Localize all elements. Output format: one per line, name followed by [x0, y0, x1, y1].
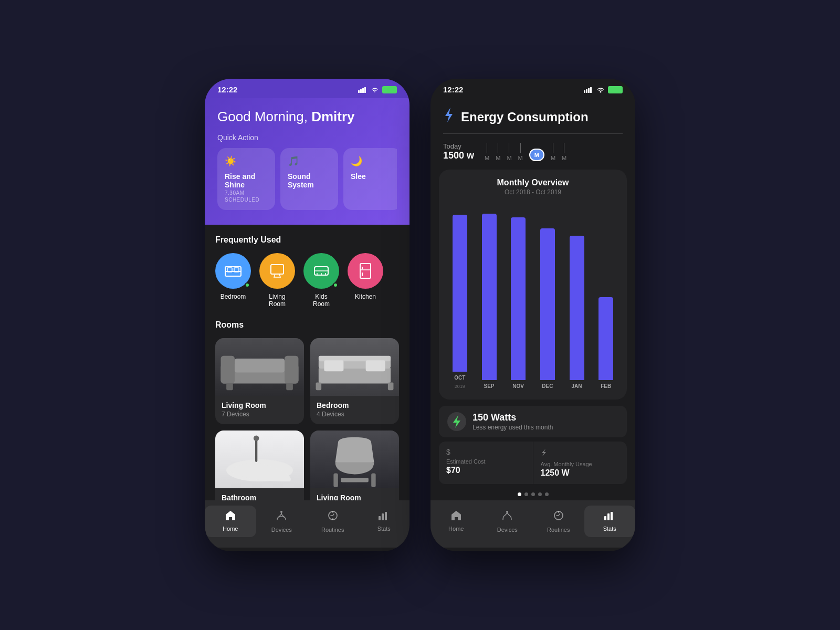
bar-dec: [540, 228, 555, 380]
quick-actions: ☀️ Rise and Shine 7.30am SCHEDULED 🎵 Sou…: [217, 148, 397, 210]
nav-routines-right[interactable]: Routines: [533, 506, 584, 537]
svg-rect-45: [584, 90, 585, 93]
svg-marker-52: [542, 449, 546, 456]
quick-card-3-title: Slee: [351, 172, 394, 181]
room-icons-row: Bedroom LivingRoom: [215, 253, 399, 308]
marker-label-1: M: [496, 155, 500, 161]
livingroom-label: LivingRoom: [269, 293, 286, 308]
routines-icon-left: [327, 510, 339, 524]
bar-label-oct: OCT: [454, 375, 465, 381]
battery-icon-right: [608, 86, 623, 93]
quick-action-label: Quick Action: [217, 133, 397, 142]
bar-col-sep: SEP: [477, 204, 502, 389]
bar-year-oct: 2019: [455, 384, 465, 389]
header-gradient: Good Morning, Dmitry Quick Action ☀️ Ris…: [205, 98, 410, 225]
estimated-cost-value: $70: [446, 466, 526, 475]
room-icon-kidsroom[interactable]: KidsRoom: [303, 253, 339, 308]
room-card-livingroom2[interactable]: Living Room: [310, 430, 399, 500]
marker-line-6: [564, 143, 564, 153]
room-icon-bedroom[interactable]: Bedroom: [215, 253, 251, 308]
home-icon-left: [225, 510, 236, 523]
status-icons-left: [358, 86, 397, 93]
nav-routines-label-right: Routines: [547, 527, 570, 533]
svg-point-36: [254, 436, 259, 442]
time-marker-5: M: [551, 143, 555, 161]
room-card-bedroom[interactable]: Bedroom 4 Devices: [310, 338, 399, 424]
time-right: 12:22: [443, 85, 463, 94]
nav-home-left[interactable]: Home: [205, 506, 256, 537]
bar-label-jan: JAN: [572, 383, 582, 389]
marker-line-2: [509, 143, 509, 153]
quick-card-1[interactable]: ☀️ Rise and Shine 7.30am SCHEDULED: [217, 148, 275, 210]
nav-devices-left[interactable]: Devices: [256, 506, 308, 537]
room-card-bathroom[interactable]: Bathroom: [215, 430, 304, 500]
chair-svg: [310, 430, 399, 488]
nav-home-label-right: Home: [448, 526, 464, 532]
monthly-card: Monthly Overview Oct 2018 - Oct 2019 OCT…: [439, 170, 627, 400]
active-time-bubble: M: [529, 149, 544, 161]
bar-chart: OCT 2019 SEP NOV DEC JAN: [447, 204, 618, 391]
svg-rect-57: [611, 512, 613, 520]
bedroom-image: [310, 338, 399, 396]
home-icon-right: [450, 510, 462, 523]
nav-home-right[interactable]: Home: [430, 506, 482, 537]
bedroom-card-devices: 4 Devices: [310, 411, 399, 418]
svg-rect-1: [360, 89, 362, 93]
svg-rect-43: [382, 513, 384, 520]
nav-routines-label-left: Routines: [321, 527, 344, 533]
quick-card-2[interactable]: 🎵 Sound System: [280, 148, 338, 210]
svg-rect-33: [388, 383, 394, 391]
fridge-icon: [358, 262, 373, 279]
dollar-icon: $: [446, 448, 526, 456]
bed-svg: [310, 339, 399, 395]
svg-rect-8: [271, 265, 284, 274]
room-icon-livingroom[interactable]: LivingRoom: [259, 253, 295, 308]
svg-rect-26: [286, 384, 293, 391]
marker-label-2: M: [507, 155, 511, 161]
time-marker-0: M: [485, 143, 489, 161]
left-phone: 12:22 Good Morning, Dmitry Quick Action: [205, 79, 410, 551]
monthly-title: Monthly Overview: [447, 178, 618, 187]
monthly-subtitle: Oct 2018 - Oct 2019: [447, 188, 618, 196]
svg-rect-38: [371, 473, 375, 487]
routines-icon-right: [553, 510, 564, 524]
nav-stats-right[interactable]: Stats: [584, 506, 636, 537]
bathroom-image: [215, 430, 304, 488]
marker-line-0: [487, 143, 487, 153]
time-marker-1: M: [496, 143, 500, 161]
bar-sep: [482, 214, 497, 380]
room-card-living[interactable]: Living Room 7 Devices: [215, 338, 304, 424]
devices-icon-left: [276, 510, 287, 524]
room-icon-kitchen[interactable]: Kitchen: [348, 253, 383, 308]
today-row: Today 1500 w M M M M: [430, 134, 635, 163]
room-circle-kidsroom: [303, 253, 339, 289]
marker-label-0: M: [485, 155, 489, 161]
svg-marker-50: [445, 108, 453, 122]
nav-stats-left[interactable]: Stats: [359, 506, 410, 537]
marker-line-5: [553, 143, 553, 153]
svg-rect-32: [316, 383, 322, 391]
bar-col-dec: DEC: [535, 204, 560, 389]
active-dot-kidsroom: [333, 282, 338, 288]
quick-card-3[interactable]: 🌙 Slee: [343, 148, 397, 210]
status-icons-right: [584, 86, 623, 93]
signal-icon-right: [584, 87, 593, 93]
bar-label-sep: SEP: [484, 383, 495, 389]
svg-rect-47: [588, 88, 590, 93]
svg-rect-39: [341, 478, 369, 482]
nav-routines-left[interactable]: Routines: [307, 506, 359, 537]
dot-1: [518, 492, 521, 496]
svg-rect-23: [285, 356, 298, 384]
greeting: Good Morning, Dmitry: [217, 109, 397, 125]
dot-2: [524, 492, 528, 496]
nav-devices-label-right: Devices: [497, 527, 518, 533]
svg-rect-3: [364, 87, 366, 93]
bottom-nav-right: Home Devices Routines Stats: [430, 500, 635, 548]
bar-label-nov: NOV: [512, 383, 524, 389]
energy-stat-icon: [447, 412, 466, 431]
marker-label-5: M: [551, 155, 555, 161]
scroll-area[interactable]: Frequently Used Bedroom: [205, 225, 410, 500]
nav-devices-right[interactable]: Devices: [482, 506, 533, 537]
bar-feb: [598, 297, 613, 380]
room-circle-livingroom: [259, 253, 295, 289]
